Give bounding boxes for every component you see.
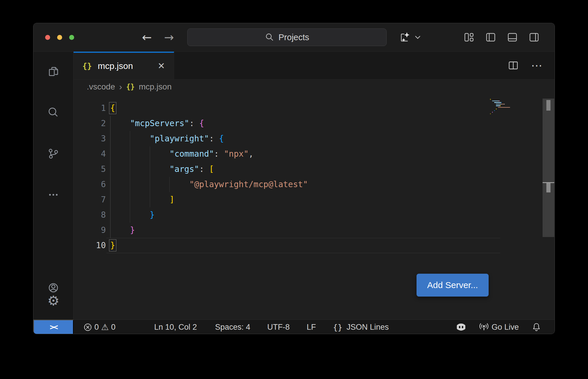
indent-guide [150,192,150,207]
indentation-status[interactable]: Spaces: 4 [215,323,250,332]
warning-count: 0 [111,323,115,332]
back-arrow-icon[interactable]: ← [142,31,152,43]
copilot-menu-button[interactable] [399,31,421,43]
code-line[interactable]: 6"@playwright/mcp@latest" [74,177,555,192]
scrollbar-thumb[interactable] [546,100,550,111]
warning-icon: ⚠ [101,322,109,332]
indent-guide [110,146,111,162]
indent-guide [110,116,111,131]
editor-more-actions-icon[interactable]: ⋯ [531,60,542,71]
indent-guide [110,162,111,177]
indent-guide [169,177,170,192]
code-line[interactable]: 3"playwright": { [74,131,555,146]
code-token: "npx" [224,149,249,159]
traffic-lights [45,35,74,40]
error-count: 0 [94,323,99,332]
forward-arrow-icon[interactable]: → [164,31,174,43]
code-token: "command" [169,149,214,159]
code-line[interactable]: 8} [74,207,555,223]
scrollbar-marker-block [546,183,550,192]
vscode-window: ← → Projects [33,23,555,334]
json-braces-icon: {} [333,323,343,331]
code-line[interactable]: 1{ [74,101,555,116]
breadcrumb-separator: › [119,82,122,92]
source-control-icon[interactable] [47,147,60,160]
search-icon [265,33,274,42]
split-editor-icon[interactable] [508,61,518,70]
editor-lines: 1{2"mcpServers": {3"playwright": {4"comm… [74,101,555,253]
customize-layout-icon[interactable] [464,32,474,43]
code-token: ] [169,195,174,204]
code-token: : [189,119,199,128]
code-token: : [214,149,224,159]
remote-icon: >< [50,323,57,331]
code-token: : [199,164,209,174]
search-label: Projects [278,33,309,42]
code-line[interactable]: 10} [74,238,555,253]
json-file-icon: {} [82,62,92,70]
code-token: "args" [169,164,199,174]
code-line[interactable]: 2"mcpServers": { [74,116,555,131]
indent-guide [110,223,111,238]
status-bar: >< 0 ⚠ 0 Ln 10, Col 2 Spaces: 4 UTF-8 LF… [33,319,555,334]
code-token: "mcpServers" [130,119,189,128]
close-window-button[interactable] [45,35,50,40]
zoom-window-button[interactable] [69,35,74,40]
eol-status[interactable]: LF [307,323,316,332]
line-number: 1 [74,101,110,116]
indent-guide [110,177,111,192]
toggle-secondary-sidebar-icon[interactable] [529,32,539,43]
explorer-icon[interactable] [47,65,60,78]
breadcrumb-folder[interactable]: .vscode [87,82,115,92]
editor-scrollbar[interactable] [543,99,554,237]
tab-mcp-json[interactable]: {} mcp.json ✕ [74,52,174,79]
search-sidebar-icon[interactable] [47,106,60,119]
code-line[interactable]: 9} [74,223,555,238]
language-label: JSON Lines [346,323,389,332]
breadcrumb-file[interactable]: mcp.json [139,82,171,92]
code-token: : [209,134,219,143]
encoding-status[interactable]: UTF-8 [267,323,290,332]
minimize-window-button[interactable] [57,35,62,40]
indent-guide [130,192,130,207]
title-bar: ← → Projects [33,23,555,52]
code-token: { [199,119,204,128]
toggle-primary-sidebar-icon[interactable] [485,32,496,43]
close-tab-icon[interactable]: ✕ [158,61,165,71]
code-editor[interactable]: 1{2"mcpServers": {3"playwright": {4"comm… [74,94,555,319]
line-number: 10 [74,238,110,253]
copilot-status-icon[interactable] [456,323,466,331]
code-line[interactable]: 5"args": [ [74,162,555,177]
toggle-panel-icon[interactable] [507,32,518,43]
line-number: 3 [74,131,110,146]
go-live-button[interactable]: Go Live [479,322,519,332]
code-token: "@playwright/mcp@latest" [189,180,308,189]
indent-guide [130,162,130,177]
line-number: 6 [74,177,110,192]
indent-guide [110,207,111,223]
code-token: "playwright" [150,134,209,143]
account-icon[interactable] [47,281,60,294]
code-token: } [130,225,135,235]
code-token: { [110,103,115,113]
indent-guide [150,177,150,192]
code-token: { [219,134,224,143]
indent-guide [130,207,130,223]
broadcast-icon [479,322,489,332]
chevron-down-icon [414,35,421,40]
cursor-position-status[interactable]: Ln 10, Col 2 [154,323,197,332]
settings-gear-icon[interactable]: ⚙ [47,294,60,307]
problems-status[interactable]: 0 ⚠ 0 [84,322,115,332]
notifications-bell-icon[interactable] [532,322,541,332]
language-mode-status[interactable]: {} JSON Lines [333,323,389,332]
add-server-button[interactable]: Add Server... [417,274,489,297]
go-live-label: Go Live [492,323,519,332]
remote-indicator[interactable]: >< [33,320,74,334]
code-line[interactable]: 7] [74,192,555,207]
more-views-icon[interactable] [47,188,60,201]
code-line[interactable]: 4"command": "npx", [74,146,555,162]
minimap[interactable] [490,99,524,115]
code-token: } [110,241,115,250]
tab-bar: {} mcp.json ✕ ⋯ [74,52,555,79]
command-center-search[interactable]: Projects [187,28,387,46]
